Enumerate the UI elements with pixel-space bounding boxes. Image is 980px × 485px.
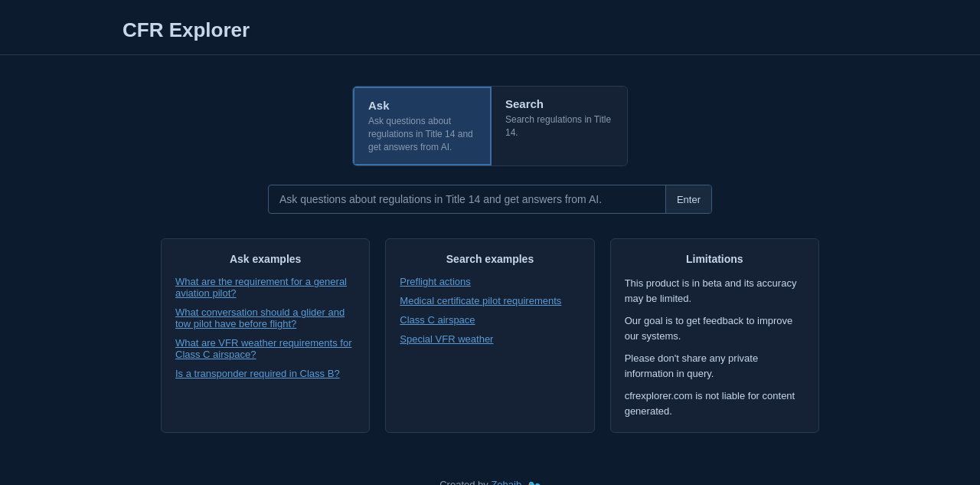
search-example-link-3[interactable]: Class C airspace — [400, 314, 580, 326]
search-examples-title: Search examples — [400, 253, 580, 265]
ask-examples-title: Ask examples — [175, 253, 355, 265]
main-content: Ask Ask questions about regulations in T… — [0, 55, 980, 464]
tab-search-desc: Search regulations in Title 14. — [505, 113, 613, 139]
search-examples-card: Search examples Preflight actions Medica… — [385, 238, 594, 433]
search-bar-container: Enter — [268, 185, 712, 214]
limitation-text-3: Please don't share any private informati… — [625, 351, 805, 381]
footer-author-link[interactable]: Zohaib — [491, 479, 521, 485]
ask-example-link-3[interactable]: What are VFR weather requirements for Cl… — [175, 337, 355, 360]
ask-example-link-4[interactable]: Is a transponder required in Class B? — [175, 368, 355, 379]
footer: Created by Zohaib 🐦 — [0, 464, 980, 485]
search-example-link-4[interactable]: Special VFR weather — [400, 333, 580, 345]
footer-created-by: Created by — [439, 479, 488, 485]
page-title: CFR Explorer — [122, 18, 858, 42]
tab-ask[interactable]: Ask Ask questions about regulations in T… — [353, 87, 492, 165]
header: CFR Explorer — [0, 0, 980, 55]
tabs-container: Ask Ask questions about regulations in T… — [352, 86, 628, 166]
page-wrapper: CFR Explorer Ask Ask questions about reg… — [0, 0, 980, 485]
tab-search[interactable]: Search Search regulations in Title 14. — [492, 87, 627, 165]
ask-examples-card: Ask examples What are the requirement fo… — [161, 238, 370, 433]
search-example-link-1[interactable]: Preflight actions — [400, 276, 580, 287]
limitation-text-1: This product is in beta and its accuracy… — [625, 276, 805, 306]
tab-ask-desc: Ask questions about regulations in Title… — [368, 115, 476, 153]
ask-example-link-2[interactable]: What conversation should a glider and to… — [175, 306, 355, 329]
tab-ask-label: Ask — [368, 99, 476, 112]
twitter-icon[interactable]: 🐦 — [528, 480, 541, 485]
tab-search-label: Search — [505, 97, 613, 110]
limitation-text-4: cfrexplorer.com is not liable for conten… — [625, 388, 805, 418]
ask-example-link-1[interactable]: What are the requirement for a general a… — [175, 276, 355, 299]
limitations-title: Limitations — [625, 253, 805, 265]
examples-row: Ask examples What are the requirement fo… — [161, 238, 819, 433]
enter-button[interactable]: Enter — [665, 185, 711, 213]
limitation-text-2: Our goal is to get feedback to improve o… — [625, 313, 805, 343]
search-input[interactable] — [269, 185, 665, 213]
search-example-link-2[interactable]: Medical certificate pilot requirements — [400, 295, 580, 306]
limitations-card: Limitations This product is in beta and … — [610, 238, 819, 433]
